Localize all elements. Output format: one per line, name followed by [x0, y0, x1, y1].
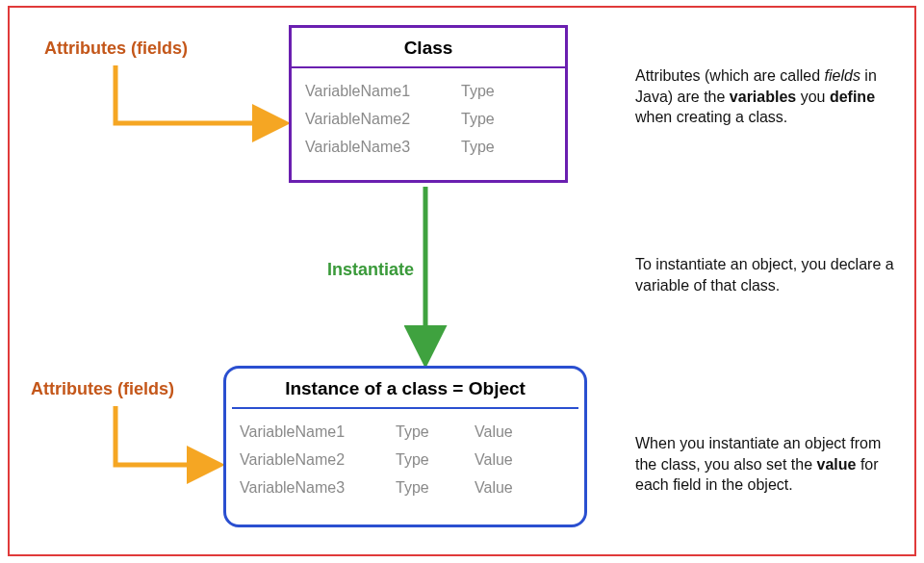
class-var-name: VariableName1: [305, 78, 440, 106]
class-var-type: Type: [461, 106, 519, 134]
class-box-title: Class: [292, 28, 565, 66]
desc-instantiate: To instantiate an object, you declare a …: [635, 254, 895, 295]
desc-object: When you instantiate an object from the …: [635, 433, 895, 496]
obj-var-value: Value: [475, 447, 532, 474]
object-box-title: Instance of a class = Object: [226, 369, 584, 407]
class-box-rows: VariableName1 Type VariableName2 Type Va…: [292, 68, 565, 172]
desc-attributes: Attributes (which are called fields in J…: [635, 65, 895, 128]
class-box: Class VariableName1 Type VariableName2 T…: [289, 25, 568, 183]
label-attributes-top: Attributes (fields): [44, 38, 188, 59]
object-row: VariableName3 Type Value: [240, 474, 571, 502]
class-var-type: Type: [461, 134, 519, 162]
object-row: VariableName2 Type Value: [240, 447, 571, 474]
object-row: VariableName1 Type Value: [240, 419, 571, 447]
obj-var-value: Value: [475, 474, 532, 502]
obj-var-type: Type: [396, 474, 453, 502]
label-attributes-bottom: Attributes (fields): [31, 379, 174, 399]
obj-var-name: VariableName3: [240, 474, 374, 502]
obj-var-name: VariableName2: [240, 447, 374, 474]
object-box-rows: VariableName1 Type Value VariableName2 T…: [226, 409, 584, 513]
diagram-frame: Attributes (fields) Attributes (fields) …: [8, 6, 916, 556]
class-var-name: VariableName2: [305, 106, 440, 134]
object-box: Instance of a class = Object VariableNam…: [223, 366, 587, 527]
class-row: VariableName3 Type: [305, 134, 552, 162]
class-var-type: Type: [461, 78, 519, 106]
obj-var-type: Type: [396, 419, 453, 447]
obj-var-value: Value: [475, 419, 532, 447]
arrow-attributes-bottom: [116, 406, 218, 465]
arrow-attributes-top: [116, 65, 283, 123]
obj-var-type: Type: [396, 447, 453, 474]
label-instantiate: Instantiate: [327, 260, 414, 280]
class-row: VariableName1 Type: [305, 78, 552, 106]
class-var-name: VariableName3: [305, 134, 440, 162]
obj-var-name: VariableName1: [240, 419, 374, 447]
class-row: VariableName2 Type: [305, 106, 552, 134]
